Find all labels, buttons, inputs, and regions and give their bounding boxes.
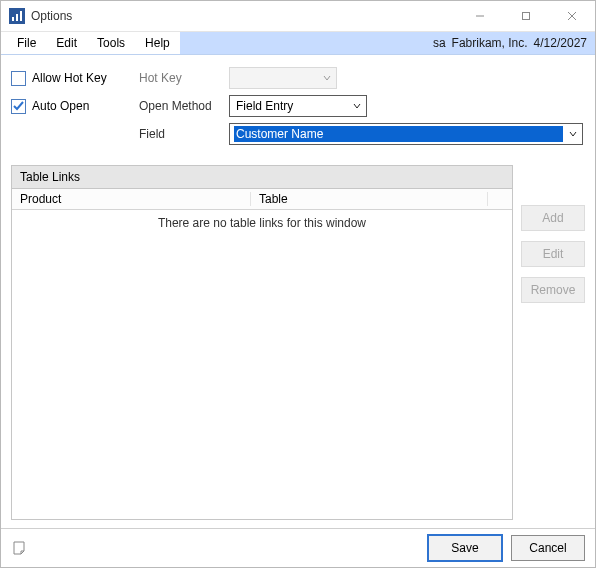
maximize-button[interactable] — [503, 1, 549, 31]
allow-hot-key-checkbox[interactable]: Allow Hot Key — [11, 71, 139, 86]
content-area: Allow Hot Key Hot Key Auto Open Open Met… — [1, 55, 595, 528]
open-method-label: Open Method — [139, 99, 229, 113]
menu-help[interactable]: Help — [135, 34, 180, 52]
field-value: Customer Name — [234, 126, 563, 142]
table-side-buttons: Add Edit Remove — [521, 165, 585, 520]
auto-open-checkbox[interactable]: Auto Open — [11, 99, 139, 114]
field-combo[interactable]: Customer Name — [229, 123, 583, 145]
titlebar: Options — [1, 1, 595, 32]
status-date: 4/12/2027 — [534, 36, 587, 50]
options-window: Options File Edit Tools Help sa Fabrikam… — [0, 0, 596, 568]
save-button[interactable]: Save — [427, 534, 503, 562]
table-links-box: Table Links Product Table There are no t… — [11, 165, 513, 520]
edit-button[interactable]: Edit — [521, 241, 585, 267]
open-method-value: Field Entry — [236, 99, 347, 113]
table-empty-message: There are no table links for this window — [12, 210, 512, 230]
menu-file[interactable]: File — [7, 34, 46, 52]
hot-key-combo — [229, 67, 337, 89]
chevron-down-icon — [317, 74, 336, 82]
menu-tools[interactable]: Tools — [87, 34, 135, 52]
svg-rect-0 — [12, 17, 14, 21]
auto-open-label: Auto Open — [32, 100, 89, 112]
allow-hot-key-label: Allow Hot Key — [32, 72, 107, 84]
table-links-area: Table Links Product Table There are no t… — [11, 165, 585, 520]
menu-bar: File Edit Tools Help — [1, 32, 180, 54]
menu-strip: File Edit Tools Help sa Fabrikam, Inc. 4… — [1, 32, 595, 55]
row-allow-hot-key: Allow Hot Key Hot Key — [11, 67, 585, 89]
status-user: sa — [433, 36, 446, 50]
remove-button[interactable]: Remove — [521, 277, 585, 303]
hot-key-label: Hot Key — [139, 71, 229, 85]
chevron-down-icon — [347, 102, 366, 110]
close-button[interactable] — [549, 1, 595, 31]
table-links-caption: Table Links — [12, 166, 512, 189]
checkbox-icon — [11, 71, 26, 86]
table-header-row: Product Table — [12, 189, 512, 210]
minimize-button[interactable] — [457, 1, 503, 31]
app-icon — [9, 8, 25, 24]
row-auto-open: Auto Open Open Method Field Entry — [11, 95, 585, 117]
field-label: Field — [139, 127, 229, 141]
svg-rect-1 — [16, 14, 18, 21]
svg-rect-4 — [523, 13, 530, 20]
row-field: Field Customer Name — [11, 123, 585, 145]
footer-bar: Save Cancel — [1, 528, 595, 567]
status-company: Fabrikam, Inc. — [452, 36, 528, 50]
cancel-button[interactable]: Cancel — [511, 535, 585, 561]
add-button[interactable]: Add — [521, 205, 585, 231]
window-title: Options — [31, 9, 72, 23]
checkbox-icon — [11, 99, 26, 114]
column-header-table[interactable]: Table — [251, 192, 488, 206]
column-header-product[interactable]: Product — [12, 192, 251, 206]
note-icon[interactable] — [11, 539, 29, 557]
chevron-down-icon — [563, 130, 582, 138]
status-strip: sa Fabrikam, Inc. 4/12/2027 — [427, 32, 595, 54]
svg-rect-2 — [20, 11, 22, 21]
menu-edit[interactable]: Edit — [46, 34, 87, 52]
open-method-combo[interactable]: Field Entry — [229, 95, 367, 117]
